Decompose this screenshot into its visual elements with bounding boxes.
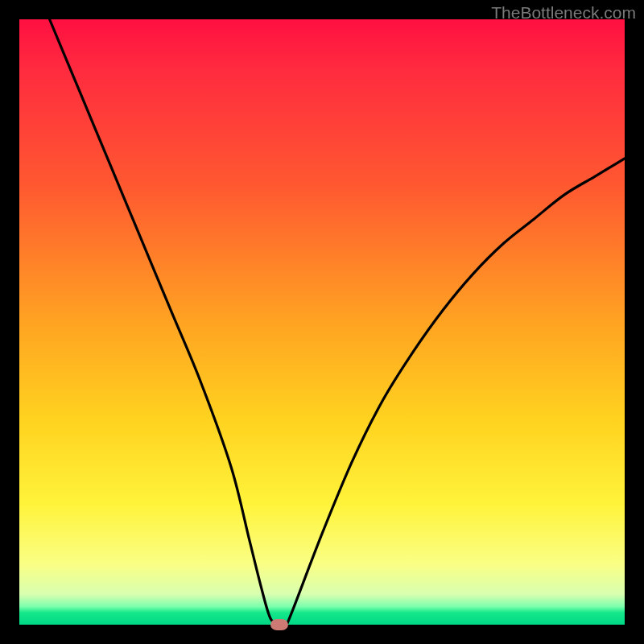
bottleneck-curve — [19, 19, 625, 625]
chart-frame: TheBottleneck.com — [0, 0, 644, 644]
chart-plot-area — [19, 19, 625, 625]
watermark-text: TheBottleneck.com — [491, 3, 636, 23]
optimal-point-marker — [270, 619, 288, 630]
